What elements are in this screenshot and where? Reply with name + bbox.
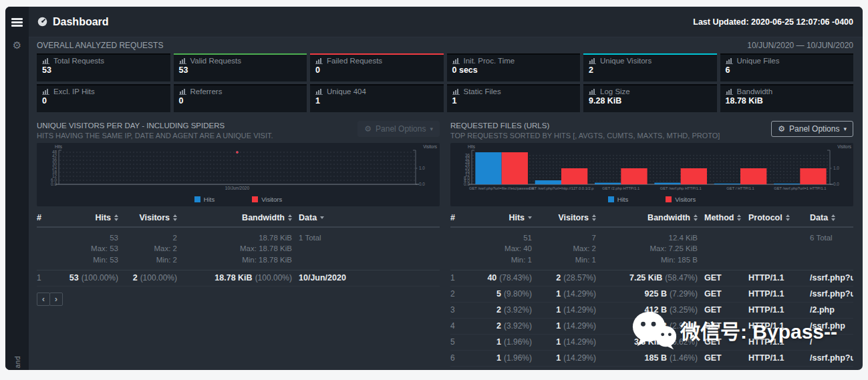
table-row[interactable]: 3 2(3.92%) 1(14.29%) 412 B(3.25%) GET HT…	[450, 303, 853, 319]
settings-gear-icon[interactable]: ⚙	[13, 39, 21, 51]
table-row[interactable]: 6 1(1.96%) 1(14.29%) 185 B(1.46%) GET HT…	[450, 351, 853, 367]
svg-text:GET /ssrf.php HTTP/1.1: GET /ssrf.php HTTP/1.1	[660, 186, 701, 190]
svg-text:0.0: 0.0	[419, 182, 425, 186]
card-value: 0 secs	[452, 65, 575, 75]
bar-chart-icon	[315, 88, 323, 95]
panel-options-button[interactable]: ⚙ Panel Options ▾	[357, 121, 440, 137]
legend-label: Hits	[204, 196, 214, 203]
next-page-button[interactable]: ›	[49, 293, 63, 306]
legend-hits[interactable]: Hits	[194, 196, 214, 203]
sort-icon[interactable]	[831, 214, 835, 221]
summary-card: Unique Visitors 2	[583, 53, 717, 81]
menu-icon[interactable]	[11, 17, 23, 28]
visitors-chart-area: 484236302418126.00.01.00.0HitsVisitors10…	[37, 143, 440, 206]
bar-chart-icon	[726, 57, 734, 64]
panel-title: UNIQUE VISITORS PER DAY - INCLUDING SPID…	[37, 121, 273, 131]
card-value: 0	[42, 96, 165, 106]
card-value: 0	[179, 96, 302, 106]
legend-hits[interactable]: Hits	[608, 196, 628, 203]
col-visitors[interactable]: Visitors	[532, 213, 596, 222]
col-bandwidth[interactable]: Bandwidth	[177, 213, 292, 222]
table-row[interactable]: 1 40(78.43%) 2(28.57%) 7.25 KiB(58.47%) …	[450, 270, 853, 287]
col-index: #	[37, 213, 54, 222]
bar-chart-icon	[589, 88, 597, 95]
page-title-text: Dashboard	[53, 16, 109, 28]
legend-label: Visitors	[261, 196, 282, 203]
bar-chart-icon	[42, 57, 50, 64]
legend-visitors[interactable]: Visitors	[252, 196, 282, 203]
bar-chart-icon	[179, 88, 187, 95]
dashboard-gauge-icon	[37, 17, 48, 27]
legend-label: Visitors	[675, 196, 696, 203]
prev-page-button[interactable]: ‹	[37, 293, 50, 306]
goaccess-dashboard-window: ⚙ and Dashboard Last Updated: 2020-06-25…	[5, 7, 863, 370]
visitors-swatch-icon	[252, 196, 258, 202]
bar-chart-icon	[589, 57, 597, 64]
card-label: Unique Visitors	[600, 57, 652, 65]
table-row[interactable]: 4 2(3.92%) 1(14.29%) 371 B(2.92%) GET HT…	[450, 319, 853, 335]
col-data[interactable]: Data	[292, 213, 440, 222]
card-value: 9.28 KiB	[589, 96, 712, 106]
svg-text:GET /2.php HTTP/1.1: GET /2.php HTTP/1.1	[602, 186, 639, 190]
sort-icon[interactable]	[786, 214, 790, 221]
hits-swatch-icon	[608, 196, 614, 202]
svg-text:GET / HTTP/1.1: GET / HTTP/1.1	[726, 186, 754, 190]
summary-card: Valid Requests 53	[174, 53, 307, 81]
summary-card: Excl. IP Hits 0	[37, 84, 170, 112]
col-visitors[interactable]: Visitors	[118, 213, 177, 222]
overview-title: OVERALL ANALYZED REQUESTS	[37, 41, 163, 50]
card-value: 6	[726, 65, 849, 75]
requested-files-panel: REQUESTED FILES (URLS) TOP REQUESTS SORT…	[450, 121, 853, 370]
date-range: 10/JUN/2020 — 10/JUN/2020	[747, 41, 853, 50]
card-label: Unique Files	[737, 57, 780, 65]
card-label: Total Requests	[53, 57, 104, 65]
panel-subtitle: HITS HAVING THE SAME IP, DATE AND AGENT …	[37, 132, 273, 140]
summary-cards: Total Requests 53 Valid Requests 53 Fail…	[29, 53, 863, 116]
svg-text:1.0: 1.0	[833, 166, 839, 170]
col-method[interactable]: Method	[698, 213, 742, 222]
legend-visitors[interactable]: Visitors	[666, 196, 696, 203]
card-label: Excl. IP Hits	[53, 87, 95, 96]
svg-text:GET /ssrf.php?url=file:///etc/: GET /ssrf.php?url=file:///etc/passwd H	[468, 186, 533, 190]
svg-text:1.0: 1.0	[419, 166, 425, 170]
summary-card: Log Size 9.28 KiB	[583, 84, 717, 112]
overview-section-row: OVERALL ANALYZED REQUESTS 10/JUN/2020 — …	[29, 37, 863, 53]
card-value: 1	[315, 96, 438, 106]
hits-swatch-icon	[194, 196, 200, 202]
panel-options-label: Panel Options	[789, 124, 839, 134]
gear-icon: ⚙	[364, 124, 372, 134]
last-updated: Last Updated: 2020-06-25 12:07:06 -0400	[693, 17, 853, 27]
chart-legend: Hits Visitors	[450, 195, 853, 206]
chevron-down-icon: ▾	[843, 126, 847, 132]
table-row[interactable]: 2 5(9.80%) 1(14.29%) 925 B(7.29%) GET HT…	[450, 287, 853, 303]
card-label: Bandwidth	[737, 87, 773, 96]
col-hits[interactable]: Hits	[54, 213, 118, 222]
panel-options-label: Panel Options	[376, 124, 426, 134]
col-bandwidth[interactable]: Bandwidth	[596, 213, 698, 222]
svg-text:Visitors: Visitors	[423, 144, 437, 149]
sort-icon[interactable]	[737, 214, 741, 221]
col-protocol[interactable]: Protocol	[742, 213, 803, 222]
bar-chart-icon	[315, 57, 323, 64]
table-summary: 51Max: 40Min: 1 7Max: 2Min: 1 12.4 KiBMa…	[450, 228, 853, 270]
card-label: Failed Requests	[327, 57, 382, 65]
requests-chart: 363228242016128.04.00.01.00.0HitsVisitor…	[452, 144, 853, 195]
bar-chart-icon	[179, 57, 187, 64]
table-summary: 53Max: 53Min: 53 2Max: 2Min: 2 18.78 KiB…	[37, 228, 440, 270]
chart-legend: Hits Visitors	[37, 195, 440, 206]
card-value: 2	[589, 65, 712, 75]
summary-card: Bandwidth 18.78 KiB	[720, 84, 854, 112]
table-row[interactable]: 5 1(1.96%) 1(14.29%) 3.3 KiB(26.62%) GET…	[450, 335, 853, 351]
summary-card: Init. Proc. Time 0 secs	[447, 53, 581, 81]
sort-desc-icon[interactable]	[320, 216, 324, 219]
panel-options-button[interactable]: ⚙ Panel Options ▾	[771, 121, 853, 137]
card-label: Log Size	[600, 87, 630, 96]
table-row[interactable]: 1 53(100.00%) 2(100.00%) 18.78 KiB(100.0…	[37, 270, 440, 287]
bar-chart-icon	[452, 57, 460, 64]
col-data[interactable]: Data	[803, 213, 853, 222]
svg-text:0.0: 0.0	[833, 182, 839, 186]
svg-text:Hits: Hits	[55, 144, 62, 149]
sidebar: ⚙ and	[5, 7, 29, 370]
col-hits[interactable]: Hits	[465, 213, 532, 222]
summary-card: Referrers 0	[174, 84, 307, 112]
